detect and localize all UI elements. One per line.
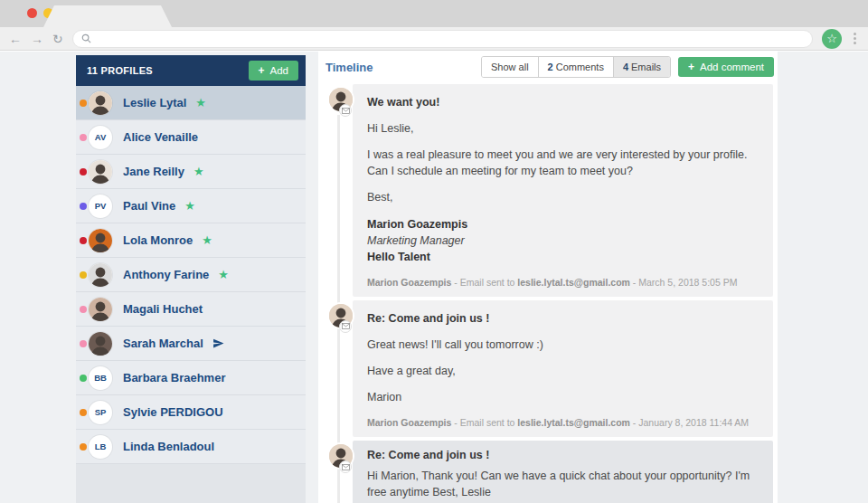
sidebar-header: 11 PROFILES + Add	[76, 55, 306, 86]
email-card: We want you! Hi Leslie,I was a real plea…	[353, 84, 773, 297]
profile-avatar	[89, 160, 112, 184]
email-address: leslie.lytal.ts@gmail.com	[517, 417, 630, 428]
person-photo	[89, 332, 112, 356]
profile-avatar: SP	[89, 401, 112, 424]
email-date: - March 5, 2018 5:05 PM	[630, 277, 737, 288]
profile-list-item[interactable]: SP Sylvie PERDIGOU	[76, 395, 306, 430]
email-body: Great news! I'll call you tomorrow :)Hav…	[367, 337, 759, 405]
filter-show-all[interactable]: Show all	[482, 57, 538, 77]
email-date: - January 8, 2018 11:44 AM	[630, 417, 749, 428]
profile-name: Magali Huchet	[123, 302, 203, 316]
email-signature: Marion GoazempisMarketing ManagerHello T…	[367, 216, 759, 265]
email-subject: Re: Come and join us !	[367, 449, 759, 461]
address-bar[interactable]	[72, 30, 813, 48]
timeline-title: Timeline	[326, 61, 373, 74]
status-dot-icon	[80, 100, 87, 107]
profile-list-item[interactable]: Anthony Farine ★	[76, 258, 306, 292]
back-icon[interactable]: ←	[9, 33, 22, 45]
email-meta: Marion Goazempis - Email sent to leslie.…	[367, 415, 759, 433]
plus-icon: +	[688, 62, 694, 72]
email-body: Hi Marion, Thank you! Can we have a quic…	[367, 468, 759, 500]
filter-comments[interactable]: 2Comments	[538, 57, 613, 77]
timeline-entry: Re: Come and join us ! Great news! I'll …	[353, 300, 773, 437]
email-author: Marion Goazempis	[367, 277, 451, 288]
profile-badge	[212, 337, 224, 349]
profile-list: Leslie Lytal ★ AV Alice Venaille Jane Re…	[76, 86, 306, 464]
email-envelope-icon	[339, 320, 352, 333]
person-photo	[89, 263, 112, 287]
browser-tab[interactable]	[43, 5, 172, 27]
email-author: Marion Goazempis	[367, 417, 451, 428]
reload-icon[interactable]: ↻	[52, 33, 63, 45]
profile-list-item[interactable]: PV Paul Vine ★	[76, 189, 306, 223]
profile-avatar: LB	[89, 435, 112, 459]
status-dot-icon	[80, 271, 87, 279]
timeline-filter-group: Show all2Comments4Emails	[481, 56, 671, 78]
favorite-star-icon: ★	[218, 269, 229, 280]
search-icon	[81, 33, 91, 43]
status-dot-icon	[80, 168, 87, 176]
profile-avatar	[89, 229, 112, 252]
status-dot-icon	[80, 409, 87, 416]
add-comment-button[interactable]: + Add comment	[678, 57, 774, 77]
profile-name: Sylvie PERDIGOU	[123, 405, 223, 419]
filter-emails[interactable]: 4Emails	[613, 57, 670, 77]
profile-name: Sarah Marchal	[123, 337, 203, 350]
profiles-sidebar: 11 PROFILES + Add Leslie Lytal ★ AV Alic…	[76, 55, 306, 503]
profile-avatar: PV	[89, 195, 112, 218]
email-paragraph: I was a real pleasure to meet you and we…	[367, 147, 759, 179]
email-paragraph: Hi Leslie,	[367, 120, 759, 137]
profile-list-item[interactable]: Leslie Lytal ★	[76, 86, 306, 120]
email-card: Re: Come and join us ! Hi Marion, Thank …	[353, 441, 773, 503]
timeline-entry: Re: Come and join us ! Hi Marion, Thank …	[353, 441, 773, 503]
profile-list-item[interactable]: BB Barbara Braehmer	[76, 361, 306, 395]
email-paragraph: Have a great day,	[367, 363, 759, 379]
timeline-header: Timeline Show all2Comments4Emails + Add …	[318, 52, 778, 82]
status-dot-icon	[80, 134, 87, 141]
browser-menu-icon[interactable]	[851, 33, 859, 44]
browser-titlebar	[0, 0, 868, 27]
email-subject: We want you!	[367, 96, 759, 109]
profile-list-item[interactable]: LB Linda Benladoul	[76, 430, 306, 464]
email-body: Hi Leslie,I was a real pleasure to meet …	[367, 120, 759, 265]
add-profile-button[interactable]: + Add	[249, 61, 298, 81]
email-action: Email sent to	[460, 417, 515, 428]
email-action: Email sent to	[460, 277, 515, 288]
profile-list-item[interactable]: Sarah Marchal	[76, 327, 306, 361]
profile-list-item[interactable]: AV Alice Venaille	[76, 120, 306, 155]
profile-name: Leslie Lytal	[123, 96, 186, 109]
person-photo	[89, 91, 112, 115]
favorite-star-icon: ★	[195, 97, 206, 109]
profile-avatar	[89, 91, 112, 115]
profile-list-item[interactable]: Jane Reilly ★	[76, 155, 306, 189]
status-dot-icon	[80, 340, 87, 347]
timeline-entry: We want you! Hi Leslie,I was a real plea…	[353, 84, 773, 297]
email-meta: Marion Goazempis - Email sent to leslie.…	[367, 275, 759, 293]
profile-badge: ★	[193, 166, 204, 177]
browser-toolbar: ← → ↻ ☆	[0, 27, 868, 51]
profile-avatar	[89, 298, 112, 321]
favorite-star-icon: ★	[193, 166, 204, 177]
profile-list-item[interactable]: Magali Huchet	[76, 292, 306, 327]
plus-icon: +	[259, 65, 265, 76]
app-page: 11 PROFILES + Add Leslie Lytal ★ AV Alic…	[0, 52, 868, 503]
profile-name: Paul Vine	[123, 199, 175, 213]
status-dot-icon	[80, 203, 87, 210]
email-envelope-icon	[339, 104, 352, 117]
profile-avatar	[89, 263, 112, 287]
forward-icon[interactable]: →	[31, 33, 43, 45]
profile-list-item[interactable]: Lola Monroe ★	[76, 223, 306, 258]
timeline-panel: Timeline Show all2Comments4Emails + Add …	[318, 52, 778, 503]
favorite-star-icon: ★	[184, 200, 195, 212]
status-dot-icon	[80, 306, 87, 313]
person-photo	[89, 229, 112, 252]
email-envelope-icon	[339, 460, 352, 473]
extension-star-icon[interactable]: ☆	[822, 29, 842, 49]
close-window-icon[interactable]	[27, 8, 37, 18]
profile-name: Linda Benladoul	[123, 440, 214, 453]
email-subject: Re: Come and join us !	[367, 312, 759, 325]
email-address: leslie.lytal.ts@gmail.com	[517, 277, 630, 288]
email-paragraph: Best,	[367, 189, 759, 205]
send-plane-icon	[212, 337, 224, 349]
profile-name: Jane Reilly	[123, 165, 184, 178]
